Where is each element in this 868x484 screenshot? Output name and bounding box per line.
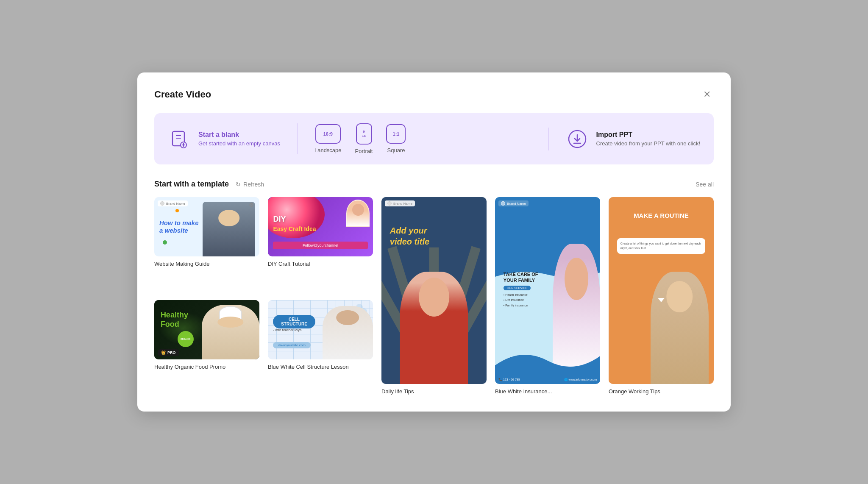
landscape-format[interactable]: 16:9 Landscape [314, 124, 342, 153]
cell-subtitle-text: - with teacher Miya [273, 328, 301, 332]
blank-text: Start a blank Get started with an empty … [198, 131, 280, 147]
template-card-food[interactable]: HealthyFood ORGANIC 👑 PRO [154, 300, 259, 395]
website-text: How to makea website [159, 219, 199, 234]
food-title-text: HealthyFood [161, 311, 188, 329]
diy-title-text: DIY [273, 215, 286, 224]
orange-body-text: Create a list of things you want to get … [617, 238, 705, 254]
template-card-daily[interactable]: Brand Name Add yourvideo title [381, 197, 487, 395]
template-name-insurance: Blue White Insurance... [495, 388, 600, 395]
close-icon: ✕ [703, 89, 711, 100]
blank-title: Start a blank [198, 131, 280, 139]
template-header: Start with a template ↻ Refresh See all [154, 180, 714, 189]
template-grid: Brand Name How to makea website ⚙ [154, 197, 714, 395]
brand-badge-insurance: Brand Name [498, 200, 529, 206]
template-name-cell: Blue White Cell Structure Lesson [268, 364, 373, 370]
template-card-diy[interactable]: DIY Easy Craft Idea Follow@yourchannel D… [268, 197, 373, 292]
daily-title-text: Add yourvideo title [390, 225, 478, 247]
import-subtitle: Create video from your PPT with one clic… [596, 140, 700, 147]
template-name-diy: DIY Craft Tutorial [268, 261, 373, 267]
insurance-title-text: TAKE CARE OFYOUR FAMILY [504, 272, 561, 283]
pro-badge: 👑 PRO [158, 349, 179, 356]
template-card-cell[interactable]: CELL STRUCTURE - with teacher Miya www.y… [268, 300, 373, 395]
portrait-icon: 916 [356, 123, 372, 145]
diy-subtitle-text: Easy Craft Idea [273, 225, 316, 232]
template-name-website: Website Making Guide [154, 261, 259, 267]
modal-header: Create Video ✕ [154, 88, 714, 101]
template-thumb-cell: CELL STRUCTURE - with teacher Miya www.y… [268, 300, 373, 359]
square-format[interactable]: 1:1 Square [386, 124, 406, 153]
template-name-orange: Orange Working Tips [609, 388, 714, 395]
square-label: Square [387, 147, 405, 153]
start-blank-section[interactable]: Start a blank Get started with an empty … [168, 128, 297, 150]
food-organic-badge: ORGANIC [178, 331, 194, 347]
template-thumb-diy: DIY Easy Craft Idea Follow@yourchannel [268, 197, 373, 256]
cell-badge-text: CELL STRUCTURE [273, 315, 315, 328]
template-name-food: Healthy Organic Food Promo [154, 364, 259, 370]
gear-icon: ⚙ [249, 201, 254, 208]
template-section-title: Start with a template [154, 180, 229, 189]
blank-subtitle: Get started with an empty canvas [198, 140, 280, 147]
template-thumb-website: Brand Name How to makea website ⚙ [154, 197, 259, 256]
import-ppt-icon [566, 128, 589, 150]
create-video-modal: Create Video ✕ Start a blank Get started… [137, 72, 731, 412]
template-card-insurance[interactable]: Brand Name TAKE CARE OFYOUR FAMILY OUR S… [495, 197, 600, 395]
import-section[interactable]: Import PPT Create video from your PPT wi… [548, 128, 700, 150]
landscape-icon: 16:9 [315, 124, 341, 144]
landscape-label: Landscape [314, 147, 342, 153]
import-title: Import PPT [596, 131, 700, 139]
template-title-row: Start with a template ↻ Refresh [154, 180, 264, 189]
template-thumb-insurance: Brand Name TAKE CARE OFYOUR FAMILY OUR S… [495, 197, 600, 384]
format-section: 16:9 Landscape 916 Portrait 1:1 Square [297, 123, 548, 154]
refresh-button[interactable]: ↻ Refresh [236, 181, 264, 188]
insurance-phone: 📞 123-456-789 [498, 378, 520, 381]
insurance-service-badge: OUR SERVICE [504, 286, 531, 290]
template-card-website[interactable]: Brand Name How to makea website ⚙ [154, 197, 259, 292]
template-thumb-orange: MAKE A ROUTINE Create a list of things y… [609, 197, 714, 384]
template-thumb-food: HealthyFood ORGANIC 👑 PRO [154, 300, 259, 359]
modal-title: Create Video [154, 89, 211, 100]
template-name-daily: Daily life Tips [381, 388, 487, 395]
follow-badge: Follow@yourchannel [273, 242, 367, 249]
action-bar: Start a blank Get started with an empty … [154, 113, 714, 164]
insurance-website: 🌐 www.information.com [564, 378, 597, 381]
template-thumb-daily: Brand Name Add yourvideo title [381, 197, 487, 384]
blank-icon [168, 128, 191, 150]
template-card-orange[interactable]: MAKE A ROUTINE Create a list of things y… [609, 197, 714, 395]
portrait-label: Portrait [355, 148, 373, 154]
square-icon: 1:1 [386, 124, 406, 144]
portrait-format[interactable]: 916 Portrait [355, 123, 373, 154]
see-all-button[interactable]: See all [696, 181, 714, 188]
close-button[interactable]: ✕ [700, 88, 714, 101]
cell-url-text: www.yoursite.com [273, 342, 310, 348]
orange-title-text: MAKE A ROUTINE [617, 212, 705, 220]
refresh-label: Refresh [243, 181, 264, 188]
import-text: Import PPT Create video from your PPT wi… [596, 131, 700, 147]
refresh-icon: ↻ [236, 181, 241, 188]
